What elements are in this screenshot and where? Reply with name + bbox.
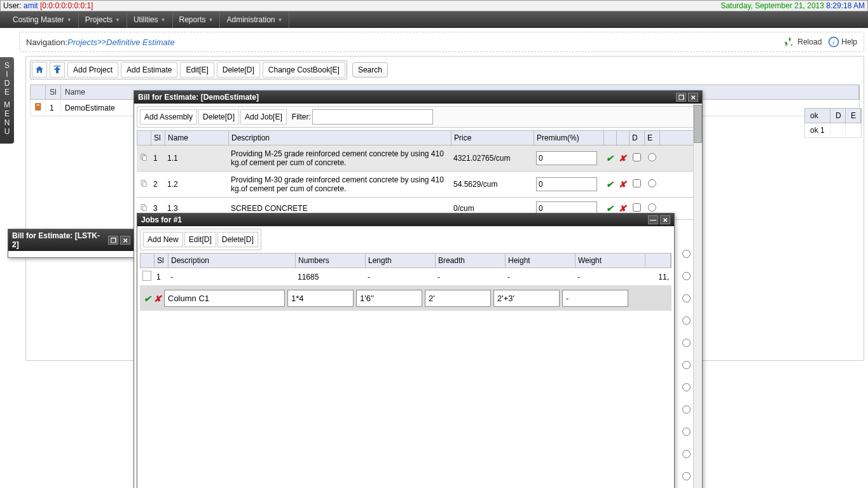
edit-weight-input[interactable] [562,290,628,307]
filter-input[interactable] [312,109,433,125]
menu-projects[interactable]: Projects▼ [79,11,127,28]
bill-titlebar[interactable]: Bill for Estimate: [DemoEstimate] ❐ ✕ [134,91,702,104]
jobs-row[interactable]: 1 - 11685 - - - - 11, [140,268,672,286]
breadcrumb-definitive-estimate[interactable]: Definitive Estimate [106,37,175,47]
edit-height-input[interactable] [493,290,560,307]
change-costbook-button[interactable]: Change CostBook[E] [263,62,345,78]
add-new-button[interactable]: Add New [143,232,183,247]
e-radio[interactable] [682,339,691,347]
jobs-delete-button[interactable]: Delete[D] [217,232,258,247]
accept-icon[interactable]: ✔ [606,153,614,163]
jobs-titlebar[interactable]: Jobs for #1 — ✕ [137,214,674,226]
copy-icon[interactable] [137,178,151,191]
h-length: Length [366,254,436,268]
c-height: - [505,271,575,283]
c-numbers: 11685 [295,271,365,283]
h-breadth: Breadth [436,254,506,268]
accept-icon[interactable]: ✔ [606,203,614,214]
edit-breadth-input[interactable] [425,290,491,307]
h-price: Price [451,131,534,145]
reject-icon[interactable]: ✘ [619,203,626,214]
edit-desc-input[interactable] [164,290,285,307]
e-radio[interactable] [682,472,691,480]
e-radio[interactable] [682,450,691,458]
add-estimate-button[interactable]: Add Estimate [121,62,177,78]
status-time: 8:29:18 AM [826,1,865,10]
close-icon[interactable]: ✕ [120,236,130,245]
e-radio[interactable] [682,294,691,302]
d-checkbox[interactable] [633,153,641,161]
up-button[interactable] [50,62,65,78]
premium-input[interactable] [536,177,597,191]
col-sl: Sl [46,85,61,99]
user-ip: [0:0:0:0:0:0:0:1] [40,1,93,10]
svg-rect-4 [37,105,40,105]
scrollbar-thumb[interactable] [694,105,702,143]
h-desc: Description [169,254,296,268]
close-icon[interactable]: ✕ [688,93,698,102]
save-icon[interactable]: ✔ [144,294,151,304]
h-height: Height [506,254,575,268]
edit-button[interactable]: Edit[E] [180,62,214,78]
side-menu-toggle[interactable]: SIDE MENU [0,57,14,144]
svg-rect-6 [142,156,146,161]
dropdown-arrow-icon: ▼ [209,17,214,23]
e-radio[interactable] [648,153,656,161]
search-button[interactable]: Search [352,62,388,78]
d-checkbox[interactable] [633,179,641,187]
menu-costing-master[interactable]: Costing Master▼ [6,11,79,28]
add-job-button[interactable]: Add Job[E] [240,109,287,125]
c-length: - [365,271,435,283]
e-radio[interactable] [682,316,691,325]
menu-utilities[interactable]: Utilities▼ [127,11,173,28]
home-button[interactable] [32,62,47,78]
e-radio[interactable] [682,428,691,436]
close-icon[interactable]: ✕ [660,215,670,224]
add-assembly-button[interactable]: Add Assembly [140,109,197,125]
edit-length-input[interactable] [356,290,422,307]
e-radio[interactable] [682,272,691,280]
e-radio[interactable] [682,405,691,414]
e-radio[interactable] [648,179,656,187]
e-radio[interactable] [648,203,656,212]
status-bar: User: amit [0:0:0:0:0:0:0:1] Saturday, S… [0,0,868,11]
filter-label: Filter: [292,112,311,121]
help-button[interactable]: i Help [828,36,857,48]
info-icon: i [828,36,839,48]
menu-reports[interactable]: Reports▼ [173,11,221,28]
bill-row[interactable]: 1 1.1 Providing M-25 grade reinforced ce… [137,146,699,172]
c-desc: Providing M-30 grade reinforced cement c… [228,174,451,194]
dropdown-arrow-icon: ▼ [161,17,166,23]
reject-icon[interactable]: ✘ [619,153,626,163]
bill-delete-button[interactable]: Delete[D] [198,109,239,125]
minimize-icon[interactable]: — [648,215,658,224]
breadcrumb-projects[interactable]: Projects [67,37,97,47]
copy-icon[interactable] [137,152,151,165]
h-desc: Description [229,131,451,145]
e-radio[interactable] [682,383,691,391]
bill-row[interactable]: 2 1.2 Providing M-30 grade reinforced ce… [137,172,699,198]
c-sl: 2 [151,179,165,190]
svg-rect-8 [142,182,146,187]
d-checkbox[interactable] [633,203,641,212]
reject-icon[interactable]: ✘ [619,179,626,189]
menu-administration[interactable]: Administration▼ [220,11,289,28]
cancel-icon[interactable]: ✘ [154,294,162,304]
edit-numbers-input[interactable] [287,290,354,307]
add-project-button[interactable]: Add Project [67,62,118,78]
reload-button[interactable]: Reload [784,36,822,48]
e-radio[interactable] [682,361,691,369]
maximize-icon[interactable]: ❐ [676,93,686,102]
jobs-edit-button[interactable]: Edit[D] [184,232,216,247]
c-name: 1.2 [165,179,228,190]
e-radio[interactable] [682,250,691,258]
delete-button[interactable]: Delete[D] [217,62,260,78]
restore-icon[interactable]: ❐ [108,236,118,245]
dropdown-arrow-icon: ▼ [277,17,282,23]
premium-input[interactable] [536,151,597,165]
accept-icon[interactable]: ✔ [606,179,614,189]
lstk-titlebar[interactable]: Bill for Estimate: [LSTK-2] ❐ ✕ [8,229,134,251]
vertical-scrollbar[interactable] [693,104,702,488]
bk-head-ok: ok [805,109,830,123]
svg-rect-10 [142,206,146,211]
